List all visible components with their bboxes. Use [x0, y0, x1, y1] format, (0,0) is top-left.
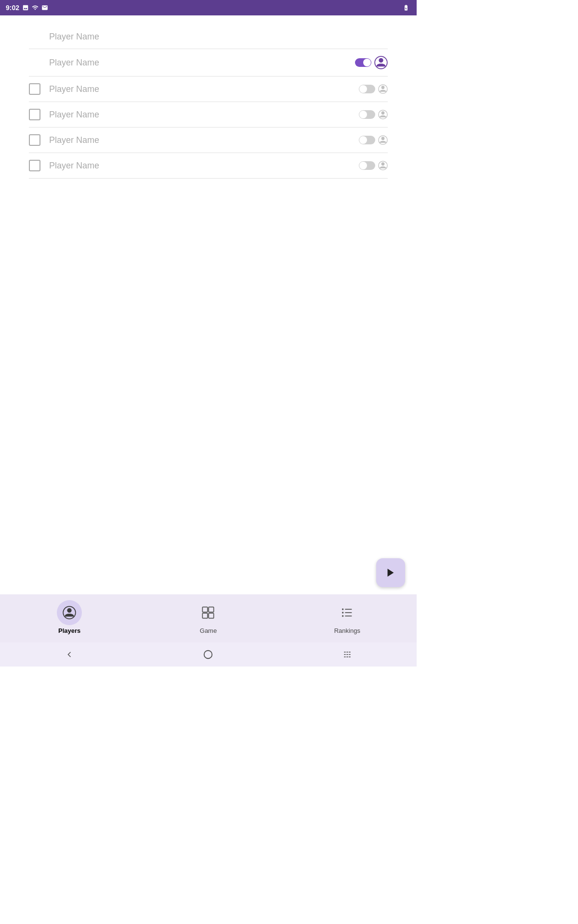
row-4-right — [359, 110, 388, 119]
svg-point-8 — [381, 162, 385, 166]
recents-lines-icon — [342, 650, 352, 659]
player-row-5 — [29, 128, 388, 153]
row-5-right — [359, 135, 388, 145]
toggle-container-2[interactable] — [355, 58, 371, 67]
rankings-icon-wrapper — [335, 600, 360, 625]
toggle-container-6[interactable] — [359, 161, 375, 170]
toggle-track-5[interactable] — [359, 136, 375, 144]
svg-rect-16 — [209, 613, 214, 618]
toggle-track-3[interactable] — [359, 85, 375, 93]
svg-point-4 — [381, 111, 385, 115]
toggle-thumb-4 — [359, 111, 367, 118]
toggle-thumb-5 — [359, 136, 367, 144]
main-content — [0, 15, 417, 594]
avatar-icon-2 — [374, 56, 388, 69]
svg-point-0 — [379, 58, 383, 63]
checkbox-5[interactable] — [29, 134, 40, 146]
toggle-track-6[interactable] — [359, 161, 375, 170]
battery-charging-icon — [401, 4, 411, 11]
players-nav-icon — [63, 606, 76, 619]
players-nav-label: Players — [58, 627, 80, 634]
rankings-nav-icon — [341, 606, 354, 619]
mail-icon — [41, 4, 48, 11]
status-bar-left: 9:02 — [6, 4, 48, 12]
back-button[interactable] — [60, 645, 79, 664]
toggle-thumb-2 — [363, 59, 371, 66]
home-button[interactable] — [198, 644, 218, 665]
svg-rect-14 — [209, 607, 214, 612]
player-row-1 — [29, 25, 388, 49]
avatar-icon-6 — [378, 161, 388, 170]
play-icon — [385, 567, 396, 578]
player-row-6 — [29, 153, 388, 179]
checkbox-6[interactable] — [29, 160, 40, 171]
svg-point-2 — [381, 86, 385, 89]
svg-rect-15 — [203, 613, 208, 618]
toggle-container-3[interactable] — [359, 85, 375, 93]
checkbox-3[interactable] — [29, 83, 40, 95]
players-icon-wrapper — [57, 600, 82, 625]
toggle-thumb-3 — [359, 85, 367, 93]
player-row-2 — [29, 49, 388, 77]
toggle-thumb-6 — [359, 162, 367, 169]
toggle-container-5[interactable] — [359, 136, 375, 144]
row-2-right — [355, 56, 388, 69]
avatar-icon-5 — [378, 135, 388, 145]
svg-marker-10 — [388, 569, 394, 577]
svg-point-6 — [381, 137, 385, 140]
toggle-track-4[interactable] — [359, 110, 375, 119]
toggle-container-4[interactable] — [359, 110, 375, 119]
svg-point-23 — [204, 651, 212, 659]
wifi-icon — [32, 4, 39, 11]
player-name-input-1[interactable] — [49, 32, 388, 42]
tab-game[interactable]: Game — [139, 600, 277, 634]
game-nav-label: Game — [200, 627, 217, 634]
bottom-nav: Players Game Rankings — [0, 594, 417, 642]
checkbox-4[interactable] — [29, 109, 40, 120]
system-nav-bar — [0, 642, 417, 667]
time-display: 9:02 — [6, 4, 19, 12]
avatar-icon-4 — [378, 110, 388, 119]
row-3-right — [359, 84, 388, 94]
tab-players[interactable]: Players — [0, 600, 139, 634]
svg-point-18 — [342, 608, 344, 610]
svg-point-22 — [342, 615, 344, 617]
recents-button[interactable] — [338, 645, 357, 664]
avatar-icon-3 — [378, 84, 388, 94]
status-bar: 9:02 — [0, 0, 417, 15]
toggle-track-2[interactable] — [355, 58, 371, 67]
back-chevron-icon — [65, 650, 74, 659]
player-name-input-3[interactable] — [49, 84, 359, 94]
player-name-input-5[interactable] — [49, 135, 359, 145]
svg-point-20 — [342, 612, 344, 614]
player-name-input-6[interactable] — [49, 161, 359, 171]
game-icon-wrapper — [196, 600, 221, 625]
game-nav-icon — [201, 606, 215, 619]
photo-icon — [22, 4, 29, 11]
player-name-input-2[interactable] — [49, 58, 355, 68]
status-bar-right — [401, 4, 411, 11]
player-row-4 — [29, 102, 388, 128]
rankings-nav-label: Rankings — [334, 627, 360, 634]
row-6-right — [359, 161, 388, 170]
tab-rankings[interactable]: Rankings — [278, 600, 417, 634]
player-name-input-4[interactable] — [49, 110, 359, 120]
svg-point-11 — [67, 608, 71, 613]
home-circle-icon — [203, 649, 213, 660]
play-fab-button[interactable] — [376, 558, 405, 587]
svg-rect-13 — [203, 607, 208, 612]
player-row-3 — [29, 77, 388, 102]
